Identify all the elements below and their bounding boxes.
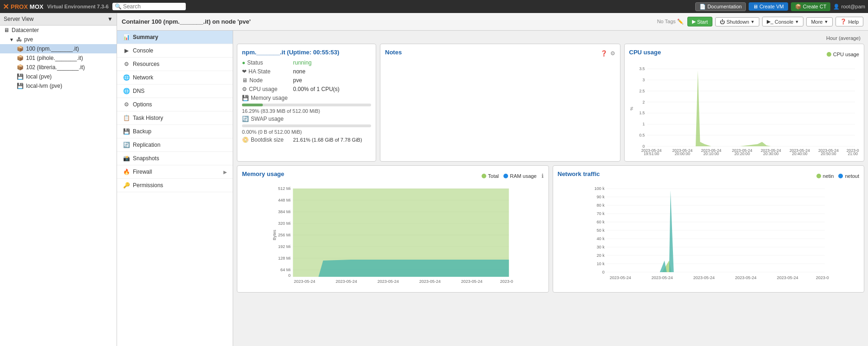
console-dropdown-icon[interactable]: ▼ [795,20,799,24]
svg-text:2023-05-24: 2023-05-24 [461,279,483,284]
username-label: root@pam [841,4,865,9]
nav-item-firewall[interactable]: 🔥 Firewall ▶ [117,165,233,179]
console-button[interactable]: ▶_ Console ▼ [762,17,803,26]
memory-icon-label: 💾 Memory usage [242,95,293,101]
vm-icon: 🖥 [753,4,758,9]
cpu-legend-dot [827,52,831,57]
svg-text:2023-0: 2023-0 [500,279,513,284]
more-button[interactable]: More ▼ [806,17,833,26]
help-button[interactable]: ❓ Help [835,17,863,26]
memory-progress-wrap [242,104,371,106]
swap-value: 0.00% (0 B of 512.00 MiB) [242,129,371,135]
summary-card-title: npm._______.it (Uptime: 00:55:53) [242,49,371,56]
start-icon: ▶ [692,19,696,25]
edit-tags-icon[interactable]: ✏️ [677,19,684,24]
shutdown-icon: ⏻ [720,19,725,25]
svg-text:20:50:00: 20:50:00 [821,151,836,155]
sidebar-item-pve[interactable]: ▼ 🖧 pve [0,35,117,44]
node-icon-sm: 🖥 [242,77,248,84]
sidebar-item-ct101[interactable]: 📦 101 (pihole._______.it) [0,53,117,63]
shutdown-dropdown-icon[interactable]: ▼ [751,20,755,24]
network-chart-svg: 100 k 90 k 80 k 70 k 60 k 50 k 40 k 30 k… [558,184,860,286]
cpu-row: ⚙ CPU usage 0.00% of 1 CPU(s) [242,86,371,92]
svg-text:2023-05-24: 2023-05-24 [735,275,756,280]
memory-info-icon[interactable]: ℹ [542,173,544,179]
svg-text:20:40:00: 20:40:00 [792,151,808,155]
sidebar-item-ct100[interactable]: 📦 100 (npm._______.it) [0,44,117,53]
bootdisk-icon-label: 📀 Bootdisk size [242,137,293,143]
swap-icon-label: 🔄 SWAP usage [242,116,293,122]
svg-text:2: 2 [642,100,645,104]
resources-icon: ⚙ [123,61,130,67]
memory-value: 16.29% (83.39 MiB of 512.00 MiB) [242,108,371,114]
nav-item-task-history[interactable]: 📋 Task History [117,111,233,125]
notes-card: Notes ❓ ⚙ [380,44,620,162]
svg-text:20 k: 20 k [596,253,605,258]
sidebar-item-datacenter[interactable]: 🖥 Datacenter [0,26,117,35]
nav-item-replication[interactable]: 🔄 Replication [117,138,233,152]
create-vm-button[interactable]: 🖥 Create VM [749,2,788,11]
search-input[interactable] [123,3,183,10]
memory-icon-sm: 💾 [242,95,249,101]
status-icon-label: ● Status [242,59,293,66]
summary-icon: 📊 [123,34,130,40]
status-value: running [293,59,312,66]
svg-text:2023-0: 2023-0 [816,275,829,280]
top-row: npm._______.it (Uptime: 00:55:53) ● Stat… [237,44,864,162]
sidebar-item-local[interactable]: 💾 local (pve) [0,72,117,81]
nav-item-summary[interactable]: 📊 Summary [117,31,233,44]
notes-edit-icon[interactable]: ⚙ [610,50,615,57]
svg-text:0: 0 [602,270,604,274]
documentation-button[interactable]: 📄 Documentation [695,2,746,11]
shutdown-button[interactable]: ⏻ Shutdown ▼ [715,17,759,26]
status-indicator-icon: ● [242,59,245,66]
svg-text:2023-05-24: 2023-05-24 [378,279,399,284]
ha-icon-label: ❤ HA State [242,68,293,75]
nav-item-permissions[interactable]: 🔑 Permissions [117,179,233,192]
notes-help-icon[interactable]: ❓ [600,50,607,57]
nav-item-resources[interactable]: ⚙ Resources [117,58,233,71]
notes-icons: ❓ ⚙ [600,50,615,57]
datacenter-label: Datacenter [12,27,39,33]
nav-item-network[interactable]: 🌐 Network [117,71,233,85]
svg-text:30 k: 30 k [596,245,605,249]
nav-item-dns[interactable]: 🌐 DNS [117,85,233,98]
ha-row: ❤ HA State none [242,68,371,75]
nav-item-snapshots[interactable]: 📸 Snapshots [117,152,233,165]
cpu-chart-header: CPU usage CPU usage [629,49,860,59]
svg-text:128 Mi: 128 Mi [278,256,291,261]
search-wrap[interactable]: 🔍 [112,3,186,10]
topbar: ✕ PROXMOX Virtual Environment 7.3-6 🔍 📄 … [0,0,868,13]
content-area: Container 100 (npm._______.it) on node '… [117,13,868,346]
svg-text:448 Mi: 448 Mi [278,198,291,202]
right-actions: 📄 Documentation 🖥 Create VM 📦 Create CT … [695,2,865,11]
svg-text:21:00: 21:00 [848,151,858,155]
ct102-label: 102 (libreria._______.it) [26,64,85,71]
node-row: 🖥 Node pve [242,77,371,84]
cpu-value: 0.00% of 1 CPU(s) [293,86,339,92]
svg-text:0.5: 0.5 [639,133,645,137]
nav-item-options[interactable]: ⚙ Options [117,98,233,111]
swap-icon-sm: 🔄 [242,116,249,122]
user-icon: 👤 [833,4,840,10]
network-legend-netout: netout [838,173,859,179]
nav-item-backup[interactable]: 💾 Backup [117,125,233,138]
start-button[interactable]: ▶ Start [687,17,712,26]
sidebar-item-ct102[interactable]: 📦 102 (libreria._______.it) [0,63,117,72]
svg-text:0: 0 [642,144,645,149]
sidebar-item-local-lvm[interactable]: 💾 local-lvm (pve) [0,81,117,91]
console-nav-icon: ▶ [123,47,130,54]
nav-item-console[interactable]: ▶ Console [117,44,233,58]
task-history-icon: 📋 [123,115,130,121]
cpu-chart-card: CPU usage CPU usage [624,44,865,162]
svg-text:256 Mi: 256 Mi [278,233,291,237]
sidebar: Server View ▼ 🖥 Datacenter ▼ 🖧 pve 📦 100… [0,13,117,346]
local-lvm-label: local-lvm (pve) [26,83,62,89]
memory-ram-label: RAM usage [510,173,536,179]
svg-text:Bytes: Bytes [272,229,277,240]
create-ct-button[interactable]: 📦 Create CT [791,2,831,11]
local-label: local (pve) [26,73,52,80]
node-icon-label: 🖥 Node [242,77,293,84]
network-chart-header: Network traffic netin netout [558,170,860,181]
server-view-arrow[interactable]: ▼ [107,16,113,22]
